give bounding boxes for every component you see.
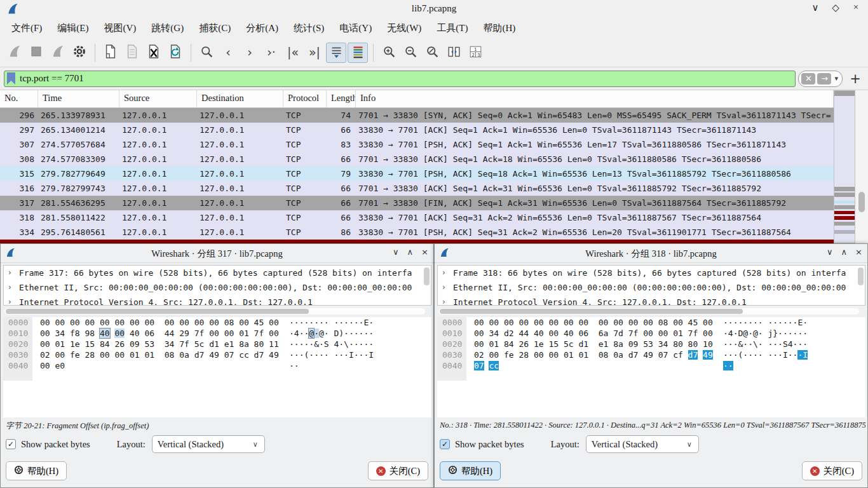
packet-detail-tree[interactable]: ›Frame 318: 66 bytes on wire (528 bits),… (437, 265, 865, 306)
display-filter-input[interactable]: tcp.port == 7701 (4, 71, 796, 87)
packet-row-307[interactable]: 307274.577057684127.0.0.1127.0.0.1TCP833… (0, 137, 834, 152)
hscrollbar-handle[interactable] (6, 309, 309, 314)
close-button[interactable]: ✕关闭(C) (368, 461, 428, 480)
menu-item-edit[interactable]: 编辑(E) (50, 20, 96, 37)
toolbar-colorize-button[interactable] (348, 43, 368, 63)
toolbar-go-forward-button[interactable]: › (240, 43, 260, 63)
window-close-icon[interactable]: × (850, 2, 862, 13)
toolbar-zoom-reset-button[interactable] (422, 43, 442, 63)
hex-row[interactable]: 004007 cc·· (437, 360, 865, 371)
hex-row[interactable]: 001000 34 f8 98 40 00 40 06 44 29 7f 00 … (3, 328, 431, 339)
filter-dropdown-icon[interactable]: ▾ (833, 74, 839, 83)
window-maximize-icon[interactable]: ◇ (830, 2, 841, 13)
layout-select[interactable]: Vertical (Stacked)∨ (586, 435, 699, 453)
menu-item-analyze[interactable]: 分析(A) (238, 20, 286, 37)
tree-row[interactable]: ›Frame 318: 66 bytes on wire (528 bits),… (438, 266, 865, 280)
tree-scrollbar-handle[interactable] (424, 268, 430, 285)
toolbar-first-packet-button[interactable]: |« (283, 43, 303, 63)
toolbar-find-packet-button[interactable] (196, 43, 217, 63)
toolbar-open-file-button[interactable] (100, 43, 121, 63)
tree-row[interactable]: ›Ethernet II, Src: 00:00:00_00:00:00 (00… (438, 280, 865, 295)
window-minimize-icon[interactable]: ∨ (810, 2, 821, 13)
expander-icon[interactable]: › (442, 266, 445, 280)
bookmark-icon[interactable] (7, 72, 15, 85)
column-header-info[interactable]: Info (356, 90, 834, 107)
tree-row[interactable]: ›Ethernet II, Src: 00:00:00_00:00:00 (00… (4, 280, 431, 295)
intelligent-scrollbar-minimap[interactable] (834, 90, 855, 243)
hex-row[interactable]: 003002 00 fe 28 00 00 01 01 08 0a d7 49 … (437, 349, 865, 360)
dialog-close-icon[interactable]: × (855, 247, 862, 257)
menu-item-telephony[interactable]: 电话(Y) (332, 20, 379, 37)
layout-select[interactable]: Vertical (Stacked)∨ (152, 435, 265, 453)
toolbar-save-file-button[interactable] (122, 43, 142, 63)
packet-row-334[interactable]: 334295.761480561127.0.0.1127.0.0.1TCP863… (0, 225, 834, 240)
expander-icon[interactable]: › (442, 280, 445, 295)
close-button[interactable]: ✕关闭(C) (802, 461, 862, 480)
expander-icon[interactable]: › (442, 295, 445, 306)
dialog-minimize-icon[interactable]: ∨ (827, 247, 833, 257)
packet-bytes-pane[interactable]: 000000 00 00 00 00 00 00 00 00 00 00 00 … (3, 317, 431, 417)
column-header-time[interactable]: Time (38, 90, 119, 107)
dialog-maximize-icon[interactable]: ∧ (407, 247, 414, 257)
hex-row[interactable]: 001000 34 d2 44 40 00 40 06 6a 7d 7f 00 … (437, 328, 865, 339)
hex-row[interactable]: 004000 e0·· (3, 360, 431, 371)
packet-row-317[interactable]: 317281.554636295127.0.0.1127.0.0.1TCP667… (0, 196, 834, 210)
toolbar-close-file-button[interactable] (144, 43, 164, 63)
menu-item-go[interactable]: 跳转(G) (144, 20, 191, 37)
hex-row[interactable]: 002000 01 84 26 1e 15 5c d1 e1 8a 09 53 … (437, 339, 865, 349)
show-packet-bytes-checkbox[interactable]: ✓ (6, 439, 16, 449)
packet-row-315[interactable]: 315279.782779649127.0.0.1127.0.0.1TCP793… (0, 166, 834, 181)
hscrollbar-handle[interactable] (440, 309, 743, 314)
expander-icon[interactable]: › (8, 295, 11, 306)
hex-row[interactable]: 003002 00 fe 28 00 00 01 01 08 0a d7 49 … (3, 349, 431, 360)
column-header-destination[interactable]: Destination (197, 90, 283, 107)
toolbar-stop-capture-button[interactable] (26, 43, 46, 63)
filter-apply-icon[interactable]: → (817, 73, 831, 85)
menu-item-view[interactable]: 视图(V) (97, 20, 144, 37)
toolbar-shark-fin-start-button[interactable] (4, 43, 25, 63)
tree-row[interactable]: ›Internet Protocol Version 4, Src: 127.0… (4, 295, 431, 306)
toolbar-go-back-button[interactable]: ‹ (218, 43, 238, 63)
column-header-length[interactable]: Length (327, 90, 356, 107)
toolbar-capture-options-gear-button[interactable] (69, 43, 90, 63)
column-header-protocol[interactable]: Protocol (283, 90, 327, 107)
toolbar-go-to-packet-button[interactable]: ›· (261, 43, 281, 63)
hex-row[interactable]: 002000 01 1e 15 84 26 09 53 34 7f 5c d1 … (3, 339, 431, 349)
packet-row-316[interactable]: 316279.782799743127.0.0.1127.0.0.1TCP667… (0, 181, 834, 196)
tree-scrollbar-handle[interactable] (858, 268, 864, 285)
toolbar-zoom-out-button[interactable] (400, 43, 421, 63)
dialog-minimize-icon[interactable]: ∨ (393, 247, 399, 257)
menu-item-capture[interactable]: 捕获(C) (191, 20, 238, 37)
expander-icon[interactable]: › (8, 266, 11, 280)
packet-list-scrollbar[interactable] (855, 90, 868, 243)
menu-item-wireless[interactable]: 无线(W) (379, 20, 429, 37)
toolbar-reload-file-button[interactable] (165, 43, 186, 63)
dialog-close-icon[interactable]: × (421, 247, 428, 257)
column-header-source[interactable]: Source (119, 90, 197, 107)
filter-clear-icon[interactable]: ✕ (801, 73, 815, 85)
toolbar-shark-fin-restart-button[interactable] (48, 43, 68, 63)
tree-row[interactable]: ›Frame 317: 66 bytes on wire (528 bits),… (4, 266, 431, 280)
packet-row-296[interactable]: 296265.133978931127.0.0.1127.0.0.1TCP747… (0, 108, 834, 123)
menu-item-file[interactable]: 文件(F) (4, 20, 50, 37)
tree-hscrollbar[interactable] (438, 308, 859, 315)
hex-row[interactable]: 000000 00 00 00 00 00 00 00 00 00 00 00 … (437, 317, 865, 328)
add-filter-button[interactable]: + (846, 71, 864, 86)
toolbar-column-layout-button[interactable]: 123 (465, 43, 485, 63)
tree-hscrollbar[interactable] (4, 308, 425, 315)
show-packet-bytes-checkbox[interactable]: ✓ (440, 439, 450, 449)
toolbar-resize-columns-button[interactable] (444, 43, 464, 63)
help-button[interactable]: 帮助(H) (6, 461, 67, 480)
menu-item-help[interactable]: 帮助(H) (475, 20, 523, 37)
packet-row-318[interactable]: 318281.558011422127.0.0.1127.0.0.1TCP663… (0, 210, 834, 225)
dialog-maximize-icon[interactable]: ∧ (841, 247, 848, 257)
help-button[interactable]: 帮助(H) (440, 461, 501, 480)
packet-bytes-pane[interactable]: 000000 00 00 00 00 00 00 00 00 00 00 00 … (437, 317, 865, 417)
packet-row-308[interactable]: 308274.577083309127.0.0.1127.0.0.1TCP667… (0, 152, 834, 166)
toolbar-zoom-in-button[interactable] (379, 43, 399, 63)
hex-row[interactable]: 000000 00 00 00 00 00 00 00 00 00 00 00 … (3, 317, 431, 328)
menu-item-statistics[interactable]: 统计(S) (286, 20, 332, 37)
column-header-no[interactable]: No. (0, 90, 38, 107)
packet-row-297[interactable]: 297265.134001214127.0.0.1127.0.0.1TCP663… (0, 123, 834, 137)
tree-row[interactable]: ›Internet Protocol Version 4, Src: 127.0… (438, 295, 865, 306)
